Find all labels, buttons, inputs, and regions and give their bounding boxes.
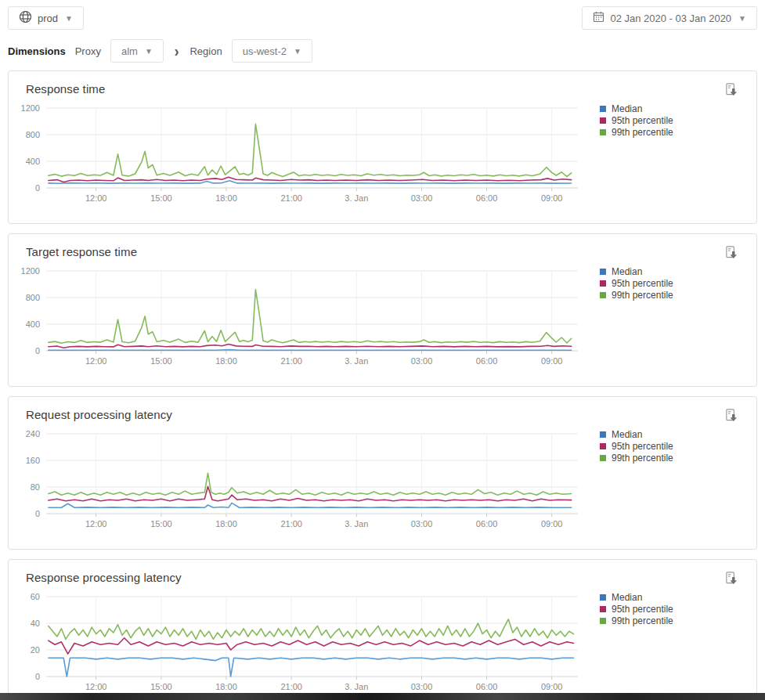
legend-item-95th[interactable]: 95th percentile	[600, 114, 673, 126]
legend-label: 95th percentile	[612, 278, 673, 289]
region-value: us-west-2	[243, 45, 287, 57]
legend-label: 95th percentile	[612, 604, 673, 615]
region-selector[interactable]: us-west-2 ▼	[232, 39, 312, 63]
svg-text:03:00: 03:00	[411, 193, 433, 203]
caret-down-icon: ▼	[145, 47, 153, 56]
svg-text:12:00: 12:00	[85, 682, 107, 691]
svg-text:1200: 1200	[21, 103, 40, 113]
legend-item-99th[interactable]: 99th percentile	[600, 615, 673, 626]
caret-down-icon: ▼	[65, 14, 73, 23]
svg-text:06:00: 06:00	[476, 193, 498, 203]
svg-text:18:00: 18:00	[215, 193, 237, 203]
svg-text:3. Jan: 3. Jan	[345, 193, 368, 203]
dimensions-bar: Dimensions Proxy alm ▼ › Region us-west-…	[0, 30, 765, 63]
legend-label: Median	[612, 429, 642, 440]
panel-request-processing-latency: Request processing latency 12:0015:0018:…	[8, 396, 757, 550]
environment-selector[interactable]: prod ▼	[8, 6, 84, 30]
legend-label: 95th percentile	[612, 441, 673, 452]
download-report-button[interactable]	[723, 406, 741, 424]
svg-text:0: 0	[35, 509, 40, 518]
legend-label: 99th percentile	[612, 453, 673, 464]
download-report-button[interactable]	[723, 569, 741, 587]
proxy-selector[interactable]: alm ▼	[110, 39, 164, 63]
svg-text:0: 0	[35, 672, 40, 681]
panel-title: Response time	[9, 71, 756, 96]
svg-text:3. Jan: 3. Jan	[345, 356, 368, 366]
svg-text:240: 240	[26, 429, 40, 438]
legend-label: Median	[612, 266, 642, 277]
svg-text:800: 800	[26, 293, 40, 302]
proxy-value: alm	[121, 45, 138, 57]
panel-title: Request processing latency	[9, 397, 756, 421]
svg-text:80: 80	[31, 482, 40, 492]
date-range-picker[interactable]: 02 Jan 2020 - 03 Jan 2020 ▼	[582, 6, 757, 30]
dimensions-title: Dimensions	[8, 45, 66, 57]
legend-swatch	[600, 594, 606, 601]
legend: Median 95th percentile 99th percentile	[600, 265, 673, 301]
svg-text:09:00: 09:00	[541, 682, 563, 691]
legend-swatch	[600, 280, 606, 287]
svg-text:15:00: 15:00	[150, 682, 172, 691]
legend-label: 99th percentile	[612, 290, 673, 301]
legend-swatch	[600, 455, 606, 461]
dock-strip	[0, 693, 765, 700]
region-label: Region	[189, 45, 222, 57]
svg-text:400: 400	[26, 319, 40, 329]
legend-swatch	[600, 606, 606, 612]
legend-swatch	[600, 106, 606, 112]
legend-swatch	[600, 117, 606, 124]
legend-item-95th[interactable]: 95th percentile	[600, 603, 673, 615]
legend-swatch	[600, 431, 606, 438]
legend-item-median[interactable]: Median	[600, 265, 673, 277]
svg-text:0: 0	[35, 346, 40, 355]
legend-swatch	[600, 292, 606, 298]
download-icon	[724, 88, 739, 99]
panel-target-response-time: Target response time 12:0015:0018:0021:0…	[8, 233, 757, 387]
legend-swatch	[600, 269, 606, 275]
chart-canvas-request-processing-latency: 12:0015:0018:0021:003. Jan03:0006:0009:0…	[18, 424, 594, 534]
svg-text:21:00: 21:00	[280, 193, 302, 203]
legend-item-median[interactable]: Median	[600, 103, 673, 114]
environment-label: prod	[38, 13, 58, 24]
svg-text:15:00: 15:00	[150, 193, 172, 203]
legend: Median 95th percentile 99th percentile	[600, 428, 673, 464]
svg-text:09:00: 09:00	[541, 356, 563, 366]
legend-item-99th[interactable]: 99th percentile	[600, 126, 673, 138]
chart-canvas-response-processing-latency: 12:0015:0018:0021:003. Jan03:0006:0009:0…	[18, 587, 594, 697]
legend-item-95th[interactable]: 95th percentile	[600, 277, 673, 289]
svg-text:0: 0	[35, 183, 40, 193]
legend: Median 95th percentile 99th percentile	[600, 103, 673, 138]
legend-item-99th[interactable]: 99th percentile	[600, 452, 673, 464]
legend-label: Median	[612, 103, 642, 114]
legend-item-median[interactable]: Median	[600, 591, 673, 603]
svg-text:18:00: 18:00	[215, 682, 237, 691]
caret-down-icon: ▼	[294, 47, 301, 56]
date-range-label: 02 Jan 2020 - 03 Jan 2020	[610, 13, 731, 24]
chart-canvas-target-response-time: 12:0015:0018:0021:003. Jan03:0006:0009:0…	[18, 262, 594, 371]
panel-response-time: Response time 12:0015:0018:0021:003. Jan…	[8, 70, 757, 224]
panel-response-processing-latency: Response processing latency 12:0015:0018…	[8, 559, 757, 700]
svg-text:21:00: 21:00	[280, 682, 302, 691]
svg-text:06:00: 06:00	[476, 519, 498, 529]
svg-text:09:00: 09:00	[541, 193, 563, 203]
legend: Median 95th percentile 99th percentile	[600, 591, 673, 626]
chart-canvas-response-time: 12:0015:0018:0021:003. Jan03:0006:0009:0…	[18, 99, 594, 208]
svg-text:20: 20	[31, 645, 40, 655]
legend-item-99th[interactable]: 99th percentile	[600, 289, 673, 301]
svg-text:09:00: 09:00	[541, 519, 563, 529]
proxy-label: Proxy	[75, 45, 101, 57]
download-report-button[interactable]	[723, 81, 741, 99]
legend-label: 99th percentile	[612, 615, 673, 626]
download-report-button[interactable]	[723, 244, 741, 262]
legend-item-median[interactable]: Median	[600, 428, 673, 440]
svg-text:160: 160	[26, 456, 40, 465]
legend-item-95th[interactable]: 95th percentile	[600, 440, 673, 452]
svg-text:1200: 1200	[21, 266, 40, 276]
caret-down-icon: ▼	[738, 14, 746, 23]
svg-text:21:00: 21:00	[280, 356, 302, 366]
svg-text:3. Jan: 3. Jan	[345, 682, 368, 691]
chevron-right-icon: ›	[175, 43, 179, 59]
top-toolbar: prod ▼ 02 Jan 2020 - 03 Jan 2020 ▼	[0, 0, 765, 30]
calendar-icon	[593, 11, 604, 25]
legend-swatch	[600, 129, 606, 135]
